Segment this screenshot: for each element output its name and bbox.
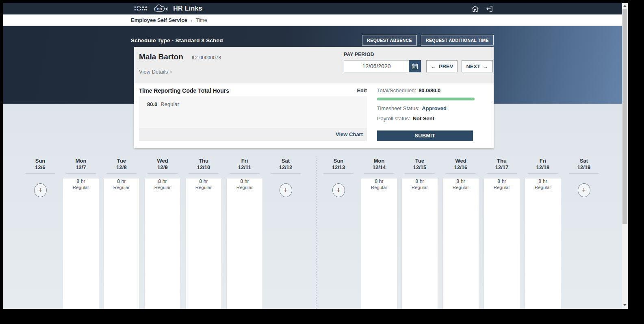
day-column: Sun 12/6 +	[20, 158, 61, 197]
breadcrumb-employee-self-service[interactable]: Employee Self Service	[131, 17, 187, 23]
pay-period-label: PAY PERIOD	[344, 52, 493, 57]
day-column: Wed 12/9 8 hr Regular	[142, 158, 183, 309]
add-time-button[interactable]: +	[34, 183, 47, 197]
time-entry-card[interactable]: 8 hr Regular	[63, 178, 99, 309]
day-column: Sun 12/13 +	[318, 158, 359, 197]
day-column: Mon 12/7 8 hr Regular	[61, 158, 101, 309]
entry-code: Regular	[160, 101, 179, 107]
day-column: Fri 12/11 8 hr Regular	[224, 158, 265, 309]
sign-out-button[interactable]	[485, 4, 494, 13]
time-reporting-section: Time Reporting Code Total Hours Edit 80.…	[134, 83, 494, 148]
time-reporting-title: Time Reporting Code Total Hours	[139, 87, 229, 94]
vertical-scrollbar[interactable]	[622, 3, 628, 309]
total-scheduled-value: 80.0/80.0	[418, 87, 440, 94]
day-column: Thu 12/10 8 hr Regular	[183, 158, 224, 309]
day-column: Mon 12/14 8 hr Regular	[359, 158, 399, 309]
time-entry-card[interactable]: 8 hr Regular	[227, 178, 262, 309]
next-pay-period-button[interactable]: NEXT→	[462, 60, 493, 72]
total-scheduled-row: Total/Scheduled:80.0/80.0	[377, 87, 475, 94]
time-entry-card[interactable]: 8 hr Regular	[145, 178, 180, 309]
view-chart-strip: View Chart	[139, 128, 367, 141]
timesheet-summary-card: Maia Barton ID: 00000073 View Details› P…	[134, 47, 494, 148]
time-entry-card[interactable]: 8 hr Regular	[186, 178, 221, 309]
payroll-status-value: Not Sent	[413, 115, 434, 122]
scroll-up-icon[interactable]	[623, 5, 627, 7]
breadcrumb-time: Time	[195, 17, 207, 23]
scroll-down-icon[interactable]	[623, 304, 627, 306]
app-window: IBM HR HR Links	[3, 3, 628, 309]
add-time-button[interactable]: +	[578, 183, 590, 197]
sign-out-icon	[485, 4, 494, 13]
request-absence-button[interactable]: REQUEST ABSENCE	[362, 35, 417, 46]
scrollbar-thumb[interactable]	[622, 9, 627, 224]
breadcrumb: Employee Self Service › Time	[3, 15, 622, 26]
entry-hours: 80.0	[147, 101, 157, 107]
time-entry-card[interactable]: 8 hr Regular	[104, 178, 139, 309]
plus-icon: +	[284, 187, 288, 194]
home-button[interactable]	[471, 4, 479, 13]
week-divider	[316, 157, 317, 309]
day-column: Sat 12/19 +	[564, 158, 604, 197]
employee-name: Maia Barton	[139, 52, 183, 61]
day-column: Fri 12/18 8 hr Regular	[523, 158, 563, 309]
add-time-button[interactable]: +	[280, 183, 292, 197]
hr-cloud-logo-icon: HR	[154, 4, 169, 13]
calendar-picker-button[interactable]	[409, 60, 421, 72]
hours-progress-bar	[377, 98, 475, 100]
time-reporting-totals-panel: 80.0Regular	[139, 96, 367, 128]
status-summary: Total/Scheduled:80.0/80.0 Timesheet Stat…	[377, 87, 475, 141]
pay-period-date-input[interactable]	[344, 60, 409, 72]
breadcrumb-separator-icon: ›	[191, 17, 193, 24]
add-time-button[interactable]: +	[332, 183, 345, 197]
view-details-link[interactable]: View Details›	[139, 68, 172, 75]
time-entry-card[interactable]: 8 hr Regular	[443, 178, 479, 309]
top-navbar: IBM HR HR Links	[3, 3, 622, 15]
day-column: Wed 12/16 8 hr Regular	[440, 158, 481, 309]
app-title: HR Links	[173, 5, 202, 12]
day-column: Tue 12/8 8 hr Regular	[101, 158, 142, 309]
day-column: Sat 12/12 +	[265, 158, 306, 197]
time-entry-card[interactable]: 8 hr Regular	[484, 178, 520, 309]
time-entry-card[interactable]: 8 hr Regular	[525, 178, 561, 309]
calendar-icon	[412, 63, 418, 70]
arrow-right-icon: →	[483, 63, 488, 70]
svg-text:HR: HR	[157, 7, 162, 11]
employee-header: Maia Barton ID: 00000073 View Details› P…	[134, 47, 494, 83]
day-column: Tue 12/15 8 hr Regular	[399, 158, 440, 309]
day-column: Thu 12/17 8 hr Regular	[481, 158, 522, 309]
prev-pay-period-button[interactable]: ←PREV	[426, 60, 458, 72]
chevron-right-icon: ›	[170, 68, 172, 75]
plus-icon: +	[336, 187, 341, 194]
arrow-left-icon: ←	[431, 63, 436, 70]
time-entry-card[interactable]: 8 hr Regular	[402, 178, 438, 309]
time-entry-card[interactable]: 8 hr Regular	[361, 178, 397, 309]
edit-button[interactable]: Edit	[357, 87, 367, 94]
request-additional-time-button[interactable]: REQUEST ADDITIONAL TIME	[421, 35, 494, 46]
employee-id: ID: 00000073	[192, 55, 221, 61]
submit-button[interactable]: SUBMIT	[377, 130, 473, 141]
timesheet-status-badge: Approved	[422, 105, 447, 111]
plus-icon: +	[582, 187, 586, 194]
schedule-type-label: Schedule Type - Standard 8 Sched	[131, 37, 223, 43]
plus-icon: +	[38, 187, 43, 194]
time-reporting-entry: 80.0Regular	[139, 96, 367, 107]
view-chart-link[interactable]: View Chart	[336, 128, 363, 141]
timesheet-status-row: Timesheet Status:Approved	[377, 105, 475, 111]
home-icon	[471, 4, 479, 13]
ibm-logo: IBM	[134, 5, 148, 12]
pay-period-section: PAY PERIOD ←PREV NEXT→	[344, 52, 493, 72]
payroll-status-row: Payroll status:Not Sent	[377, 115, 475, 122]
